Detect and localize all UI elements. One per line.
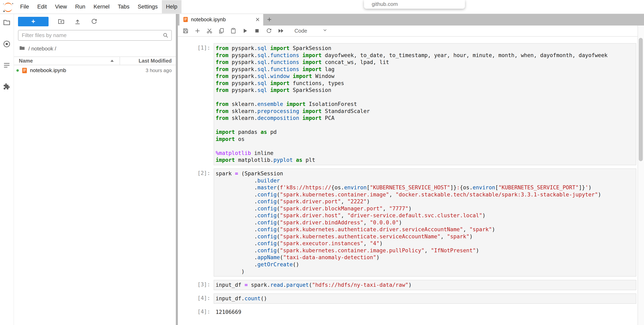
menu-edit[interactable]: Edit bbox=[33, 0, 51, 13]
file-browser-toolbar: + bbox=[14, 14, 176, 28]
copy-cells-icon[interactable] bbox=[218, 28, 224, 34]
menu-file[interactable]: File bbox=[16, 0, 33, 13]
upload-icon[interactable] bbox=[74, 18, 81, 25]
activity-bar bbox=[0, 14, 14, 325]
tab-bar: notebook.ipynb bbox=[178, 14, 644, 26]
code-cell[interactable]: [4]:input_df.count() bbox=[178, 292, 638, 305]
menu-settings[interactable]: Settings bbox=[134, 0, 162, 13]
notebook-toolbar: Code bbox=[178, 26, 638, 37]
jupyter-logo bbox=[2, 2, 14, 13]
paste-cells-icon[interactable] bbox=[230, 28, 236, 34]
jupyterlab-window: FileEditViewRunKernelTabsSettingsHelp gi… bbox=[0, 0, 644, 325]
scrollbar[interactable] bbox=[638, 26, 644, 325]
cut-cells-icon[interactable] bbox=[206, 28, 213, 34]
code-editor[interactable]: from pyspark.sql import SparkSessionfrom… bbox=[214, 43, 636, 165]
output-text[interactable]: 12106669 bbox=[214, 307, 636, 316]
filter-files-input[interactable] bbox=[18, 30, 172, 41]
menu-view[interactable]: View bbox=[51, 0, 71, 13]
notebook-file-icon bbox=[183, 17, 188, 22]
files-icon[interactable] bbox=[3, 19, 11, 27]
output-prompt: [4]: bbox=[178, 307, 214, 316]
code-editor[interactable]: input_df = spark.read.parquet("hdfs://hd… bbox=[214, 280, 636, 290]
menu-kernel[interactable]: Kernel bbox=[90, 0, 114, 13]
file-name: notebook.ipynb bbox=[30, 67, 146, 74]
scrollbar-thumb[interactable] bbox=[639, 38, 643, 161]
execution-prompt: [4]: bbox=[178, 293, 214, 304]
file-item[interactable]: notebook.ipynb3 hours ago bbox=[14, 65, 176, 76]
menu-run[interactable]: Run bbox=[71, 0, 90, 13]
file-modified: 3 hours ago bbox=[146, 68, 176, 73]
folder-icon[interactable] bbox=[19, 45, 25, 53]
cell-type-dropdown[interactable]: Code bbox=[294, 28, 327, 34]
file-browser: + / note bbox=[14, 14, 176, 325]
notebook-cells: [1]:from pyspark.sql import SparkSession… bbox=[178, 37, 638, 325]
run-cell-icon[interactable] bbox=[242, 28, 248, 34]
interrupt-kernel-icon[interactable] bbox=[254, 28, 260, 34]
code-cell[interactable]: [1]:from pyspark.sql import SparkSession… bbox=[178, 42, 638, 167]
extension-manager-icon[interactable] bbox=[3, 83, 11, 91]
menubar: FileEditViewRunKernelTabsSettingsHelp bbox=[0, 0, 644, 14]
column-header-last-modified[interactable]: Last Modified bbox=[120, 58, 176, 64]
file-list-header: Name Last Modified bbox=[14, 57, 176, 65]
restart-and-run-all-icon[interactable] bbox=[278, 28, 284, 34]
kernel-running-indicator bbox=[16, 69, 19, 72]
tab-label: notebook.ipynb bbox=[191, 17, 251, 23]
file-list: notebook.ipynb3 hours ago bbox=[14, 65, 176, 76]
sort-ascending-icon bbox=[110, 60, 114, 62]
column-header-name[interactable]: Name bbox=[14, 57, 120, 65]
close-icon[interactable] bbox=[255, 17, 260, 22]
output-cell[interactable]: [4]:12106669 bbox=[178, 305, 638, 318]
add-cell-icon[interactable] bbox=[194, 28, 201, 34]
code-cell[interactable]: [3]:input_df = spark.read.parquet("hdfs:… bbox=[178, 278, 638, 292]
popup-text: github.com bbox=[372, 1, 398, 7]
new-folder-icon[interactable] bbox=[58, 18, 65, 25]
menu-tabs[interactable]: Tabs bbox=[114, 0, 134, 13]
new-launcher-button[interactable]: + bbox=[18, 17, 48, 26]
restart-kernel-icon[interactable] bbox=[266, 28, 272, 34]
table-of-contents-icon[interactable] bbox=[3, 61, 11, 70]
tab-notebook[interactable]: notebook.ipynb bbox=[180, 14, 263, 26]
cell-type-value: Code bbox=[294, 28, 307, 34]
refresh-icon[interactable] bbox=[90, 18, 98, 25]
code-editor[interactable]: spark = (SparkSession .builder .master(f… bbox=[214, 168, 636, 277]
code-editor[interactable]: input_df.count() bbox=[214, 293, 636, 304]
execution-prompt: [3]: bbox=[178, 280, 214, 290]
running-sessions-icon[interactable] bbox=[3, 40, 11, 48]
menu-help[interactable]: Help bbox=[162, 0, 182, 13]
dock-panel: notebook.ipynb bbox=[178, 14, 644, 325]
execution-prompt: [1]: bbox=[178, 43, 214, 165]
notebook-file-icon bbox=[22, 68, 28, 74]
breadcrumb-path[interactable]: / notebook / bbox=[28, 46, 56, 52]
save-icon[interactable] bbox=[182, 28, 189, 34]
new-tab-button[interactable] bbox=[264, 14, 274, 26]
breadcrumb[interactable]: / notebook / bbox=[14, 43, 176, 57]
panel-splitter[interactable] bbox=[176, 14, 178, 325]
chevron-down-icon bbox=[323, 28, 327, 34]
search-icon bbox=[162, 32, 169, 39]
menubar-items: FileEditViewRunKernelTabsSettingsHelp bbox=[16, 0, 182, 14]
code-cell[interactable]: [2]:spark = (SparkSession .builder .mast… bbox=[178, 167, 638, 278]
notification-popup[interactable]: github.com bbox=[364, 0, 465, 9]
column-name-label: Name bbox=[19, 58, 33, 64]
execution-prompt: [2]: bbox=[178, 168, 214, 277]
